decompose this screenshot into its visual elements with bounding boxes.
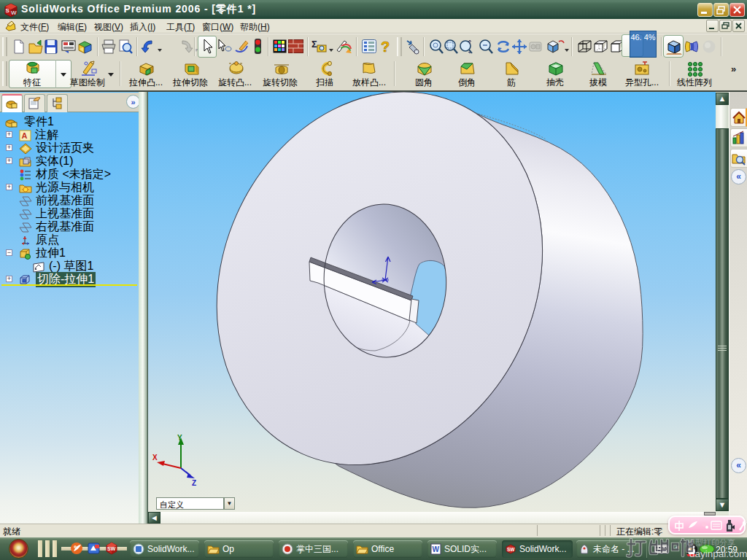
- svg-text:S: S: [6, 7, 10, 14]
- svg-text:A: A: [22, 131, 28, 140]
- svg-text:SW: SW: [507, 547, 515, 552]
- svg-text:W: W: [11, 9, 17, 16]
- svg-text:Z: Z: [192, 479, 196, 487]
- svg-text:?: ?: [381, 39, 390, 55]
- svg-text:Σ: Σ: [311, 39, 317, 50]
- svg-text:W: W: [433, 545, 440, 553]
- svg-text:Y: Y: [177, 434, 182, 442]
- svg-text:X: X: [152, 454, 158, 462]
- svg-text:SW: SW: [107, 546, 116, 551]
